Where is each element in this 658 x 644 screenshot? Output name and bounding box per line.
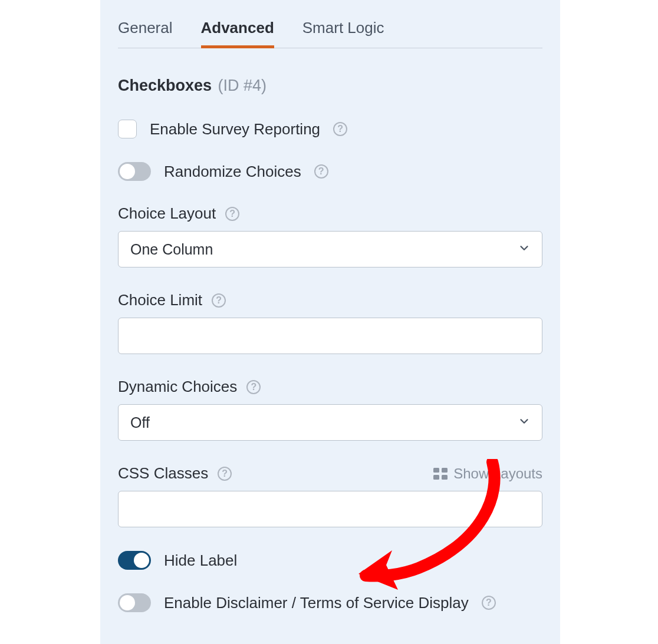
choice-limit-input[interactable] xyxy=(118,318,542,354)
hide-label-row: Hide Label xyxy=(118,551,542,570)
hide-label-label: Hide Label xyxy=(164,551,237,570)
section-title: Checkboxes xyxy=(118,77,212,94)
randomize-toggle[interactable] xyxy=(118,162,151,181)
help-icon[interactable]: ? xyxy=(246,380,261,394)
help-icon[interactable]: ? xyxy=(212,293,226,308)
choice-limit-label: Choice Limit xyxy=(118,291,202,309)
choice-layout-block: Choice Layout ? xyxy=(118,204,542,267)
show-layouts-label: Show Layouts xyxy=(453,465,542,482)
dynamic-choices-label: Dynamic Choices xyxy=(118,378,237,396)
tabs: General Advanced Smart Logic xyxy=(118,0,542,48)
enable-survey-row: Enable Survey Reporting ? xyxy=(118,120,542,138)
field-settings-panel: General Advanced Smart Logic Checkboxes … xyxy=(100,0,560,644)
enable-disclaimer-label: Enable Disclaimer / Terms of Service Dis… xyxy=(164,594,469,612)
help-icon[interactable]: ? xyxy=(333,122,347,136)
grid-icon xyxy=(433,468,448,480)
enable-disclaimer-toggle[interactable] xyxy=(118,593,151,612)
choice-limit-block: Choice Limit ? xyxy=(118,291,542,354)
help-icon[interactable]: ? xyxy=(482,596,496,610)
css-classes-label: CSS Classes xyxy=(118,464,208,483)
help-icon[interactable]: ? xyxy=(314,164,328,179)
help-icon[interactable]: ? xyxy=(218,467,232,481)
tab-general[interactable]: General xyxy=(118,12,173,48)
tab-smart-logic[interactable]: Smart Logic xyxy=(302,12,384,48)
enable-survey-label: Enable Survey Reporting xyxy=(150,120,320,138)
section-header: Checkboxes (ID #4) xyxy=(118,48,542,95)
show-layouts-button[interactable]: Show Layouts xyxy=(433,465,542,482)
randomize-label: Randomize Choices xyxy=(164,163,301,181)
css-classes-block: CSS Classes ? Show Layouts xyxy=(118,464,542,527)
css-classes-input[interactable] xyxy=(118,491,542,527)
enable-survey-checkbox[interactable] xyxy=(118,120,137,138)
choice-layout-select[interactable] xyxy=(118,231,542,267)
hide-label-toggle[interactable] xyxy=(118,551,151,570)
dynamic-choices-select[interactable] xyxy=(118,404,542,441)
tab-advanced[interactable]: Advanced xyxy=(201,12,274,48)
dynamic-choices-block: Dynamic Choices ? xyxy=(118,378,542,441)
choice-layout-label: Choice Layout xyxy=(118,204,216,223)
help-icon[interactable]: ? xyxy=(225,207,239,221)
section-id: (ID #4) xyxy=(218,77,267,94)
randomize-row: Randomize Choices ? xyxy=(118,162,542,181)
enable-disclaimer-row: Enable Disclaimer / Terms of Service Dis… xyxy=(118,593,542,612)
